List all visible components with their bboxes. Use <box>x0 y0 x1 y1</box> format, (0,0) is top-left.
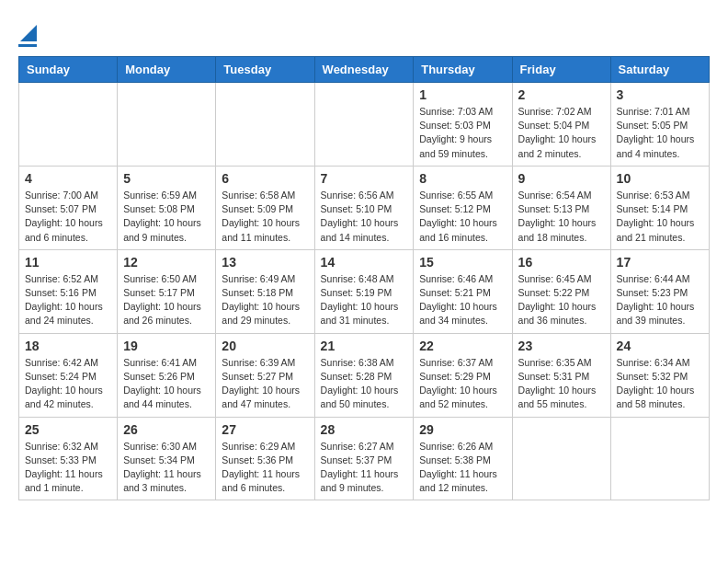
calendar-cell: 24Sunrise: 6:34 AM Sunset: 5:32 PM Dayli… <box>610 333 709 417</box>
day-number: 28 <box>321 422 408 437</box>
calendar-cell <box>512 417 610 500</box>
calendar-cell: 9Sunrise: 6:54 AM Sunset: 5:13 PM Daylig… <box>512 166 610 249</box>
day-info: Sunrise: 6:59 AM Sunset: 5:08 PM Dayligh… <box>123 189 210 245</box>
day-info: Sunrise: 6:34 AM Sunset: 5:32 PM Dayligh… <box>617 356 703 412</box>
calendar-cell: 21Sunrise: 6:38 AM Sunset: 5:28 PM Dayli… <box>314 333 414 417</box>
day-number: 5 <box>123 171 210 186</box>
calendar-cell: 14Sunrise: 6:48 AM Sunset: 5:19 PM Dayli… <box>314 249 414 333</box>
day-info: Sunrise: 6:52 AM Sunset: 5:16 PM Dayligh… <box>25 272 111 328</box>
calendar-cell: 16Sunrise: 6:45 AM Sunset: 5:22 PM Dayli… <box>512 249 610 333</box>
day-info: Sunrise: 7:01 AM Sunset: 5:05 PM Dayligh… <box>617 105 703 161</box>
calendar-cell: 18Sunrise: 6:42 AM Sunset: 5:24 PM Dayli… <box>19 333 118 417</box>
calendar-cell <box>610 417 709 500</box>
calendar-cell: 7Sunrise: 6:56 AM Sunset: 5:10 PM Daylig… <box>314 166 414 249</box>
day-number: 22 <box>419 339 506 353</box>
page-header <box>18 18 710 47</box>
day-info: Sunrise: 6:30 AM Sunset: 5:34 PM Dayligh… <box>123 440 210 496</box>
calendar-cell: 17Sunrise: 6:44 AM Sunset: 5:23 PM Dayli… <box>610 249 709 333</box>
day-number: 6 <box>222 171 308 186</box>
calendar-cell: 28Sunrise: 6:27 AM Sunset: 5:37 PM Dayli… <box>314 417 414 500</box>
day-info: Sunrise: 6:38 AM Sunset: 5:28 PM Dayligh… <box>321 356 408 412</box>
day-info: Sunrise: 7:03 AM Sunset: 5:03 PM Dayligh… <box>419 105 506 161</box>
calendar-cell: 23Sunrise: 6:35 AM Sunset: 5:31 PM Dayli… <box>512 333 610 417</box>
day-info: Sunrise: 6:39 AM Sunset: 5:27 PM Dayligh… <box>222 356 308 412</box>
calendar-cell: 25Sunrise: 6:32 AM Sunset: 5:33 PM Dayli… <box>19 417 118 500</box>
day-number: 29 <box>419 422 506 437</box>
day-number: 24 <box>617 339 703 353</box>
day-number: 27 <box>222 422 308 437</box>
day-number: 14 <box>321 255 408 270</box>
day-info: Sunrise: 6:45 AM Sunset: 5:22 PM Dayligh… <box>518 272 605 328</box>
day-info: Sunrise: 6:48 AM Sunset: 5:19 PM Dayligh… <box>321 272 408 328</box>
day-info: Sunrise: 6:27 AM Sunset: 5:37 PM Dayligh… <box>321 440 408 496</box>
calendar-week-3: 11Sunrise: 6:52 AM Sunset: 5:16 PM Dayli… <box>19 249 710 333</box>
day-number: 4 <box>25 171 111 186</box>
svg-marker-0 <box>20 25 37 41</box>
calendar-header-row: SundayMondayTuesdayWednesdayThursdayFrid… <box>19 57 710 83</box>
calendar-cell: 11Sunrise: 6:52 AM Sunset: 5:16 PM Dayli… <box>19 249 118 333</box>
day-number: 23 <box>518 339 605 353</box>
day-info: Sunrise: 6:35 AM Sunset: 5:31 PM Dayligh… <box>518 356 605 412</box>
day-info: Sunrise: 6:46 AM Sunset: 5:21 PM Dayligh… <box>419 272 506 328</box>
calendar-cell: 6Sunrise: 6:58 AM Sunset: 5:09 PM Daylig… <box>216 166 314 249</box>
day-number: 7 <box>321 171 408 186</box>
day-number: 11 <box>25 255 111 270</box>
calendar-cell: 29Sunrise: 6:26 AM Sunset: 5:38 PM Dayli… <box>414 417 512 500</box>
logo <box>18 18 37 47</box>
day-info: Sunrise: 6:49 AM Sunset: 5:18 PM Dayligh… <box>222 272 308 328</box>
day-number: 18 <box>25 339 111 353</box>
day-info: Sunrise: 6:32 AM Sunset: 5:33 PM Dayligh… <box>25 440 111 496</box>
day-info: Sunrise: 6:44 AM Sunset: 5:23 PM Dayligh… <box>617 272 703 328</box>
calendar-cell: 20Sunrise: 6:39 AM Sunset: 5:27 PM Dayli… <box>216 333 314 417</box>
day-info: Sunrise: 6:56 AM Sunset: 5:10 PM Dayligh… <box>321 189 408 245</box>
day-number: 1 <box>419 87 506 102</box>
calendar-cell: 12Sunrise: 6:50 AM Sunset: 5:17 PM Dayli… <box>118 249 216 333</box>
weekday-header-thursday: Thursday <box>414 57 512 83</box>
logo-arrow-icon <box>20 25 37 41</box>
calendar-cell <box>19 83 118 167</box>
calendar-cell: 2Sunrise: 7:02 AM Sunset: 5:04 PM Daylig… <box>512 83 610 167</box>
day-number: 2 <box>518 87 605 102</box>
day-info: Sunrise: 6:54 AM Sunset: 5:13 PM Dayligh… <box>518 189 605 245</box>
day-number: 21 <box>321 339 408 353</box>
day-info: Sunrise: 6:42 AM Sunset: 5:24 PM Dayligh… <box>25 356 111 412</box>
calendar-week-2: 4Sunrise: 7:00 AM Sunset: 5:07 PM Daylig… <box>19 166 710 249</box>
logo-underline <box>18 44 37 47</box>
day-number: 13 <box>222 255 308 270</box>
weekday-header-friday: Friday <box>512 57 610 83</box>
day-number: 26 <box>123 422 210 437</box>
calendar-cell: 19Sunrise: 6:41 AM Sunset: 5:26 PM Dayli… <box>118 333 216 417</box>
day-info: Sunrise: 6:41 AM Sunset: 5:26 PM Dayligh… <box>123 356 210 412</box>
day-number: 25 <box>25 422 111 437</box>
calendar-cell: 3Sunrise: 7:01 AM Sunset: 5:05 PM Daylig… <box>610 83 709 167</box>
calendar-table: SundayMondayTuesdayWednesdayThursdayFrid… <box>18 56 710 500</box>
calendar-cell: 4Sunrise: 7:00 AM Sunset: 5:07 PM Daylig… <box>19 166 118 249</box>
calendar-cell <box>314 83 414 167</box>
day-number: 19 <box>123 339 210 353</box>
calendar-week-5: 25Sunrise: 6:32 AM Sunset: 5:33 PM Dayli… <box>19 417 710 500</box>
day-number: 17 <box>617 255 703 270</box>
weekday-header-sunday: Sunday <box>19 57 118 83</box>
day-info: Sunrise: 6:29 AM Sunset: 5:36 PM Dayligh… <box>222 440 308 496</box>
calendar-cell: 1Sunrise: 7:03 AM Sunset: 5:03 PM Daylig… <box>414 83 512 167</box>
day-info: Sunrise: 7:02 AM Sunset: 5:04 PM Dayligh… <box>518 105 605 161</box>
weekday-header-monday: Monday <box>118 57 216 83</box>
calendar-cell: 13Sunrise: 6:49 AM Sunset: 5:18 PM Dayli… <box>216 249 314 333</box>
calendar-cell: 8Sunrise: 6:55 AM Sunset: 5:12 PM Daylig… <box>414 166 512 249</box>
calendar-week-4: 18Sunrise: 6:42 AM Sunset: 5:24 PM Dayli… <box>19 333 710 417</box>
calendar-cell: 15Sunrise: 6:46 AM Sunset: 5:21 PM Dayli… <box>414 249 512 333</box>
day-info: Sunrise: 6:26 AM Sunset: 5:38 PM Dayligh… <box>419 440 506 496</box>
day-info: Sunrise: 6:55 AM Sunset: 5:12 PM Dayligh… <box>419 189 506 245</box>
day-number: 3 <box>617 87 703 102</box>
weekday-header-tuesday: Tuesday <box>216 57 314 83</box>
calendar-cell <box>118 83 216 167</box>
weekday-header-saturday: Saturday <box>610 57 709 83</box>
calendar-cell: 5Sunrise: 6:59 AM Sunset: 5:08 PM Daylig… <box>118 166 216 249</box>
day-info: Sunrise: 6:58 AM Sunset: 5:09 PM Dayligh… <box>222 189 308 245</box>
day-number: 10 <box>617 171 703 186</box>
day-number: 15 <box>419 255 506 270</box>
calendar-cell <box>216 83 314 167</box>
day-number: 16 <box>518 255 605 270</box>
calendar-cell: 10Sunrise: 6:53 AM Sunset: 5:14 PM Dayli… <box>610 166 709 249</box>
day-info: Sunrise: 6:37 AM Sunset: 5:29 PM Dayligh… <box>419 356 506 412</box>
